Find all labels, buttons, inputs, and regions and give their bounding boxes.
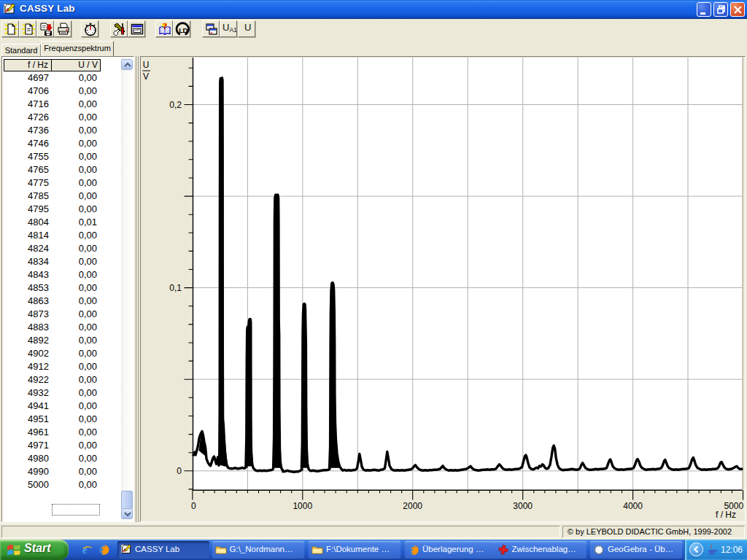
svg-text:U: U [143, 60, 150, 70]
svg-text:V: V [143, 71, 149, 82]
svg-text:?: ? [163, 22, 167, 31]
svg-text:e: e [82, 544, 88, 556]
svg-text:2000: 2000 [403, 501, 422, 511]
svg-text:4000: 4000 [623, 501, 643, 511]
svg-text:1000: 1000 [293, 501, 312, 511]
svg-text:3000: 3000 [513, 501, 533, 511]
svg-text:0: 0 [177, 466, 182, 476]
svg-text:0: 0 [191, 501, 196, 511]
svg-text:0,2: 0,2 [169, 100, 182, 110]
svg-text:f / Hz: f / Hz [716, 510, 736, 520]
svg-text:0,1: 0,1 [169, 283, 182, 293]
svg-text:LD: LD [179, 26, 187, 34]
